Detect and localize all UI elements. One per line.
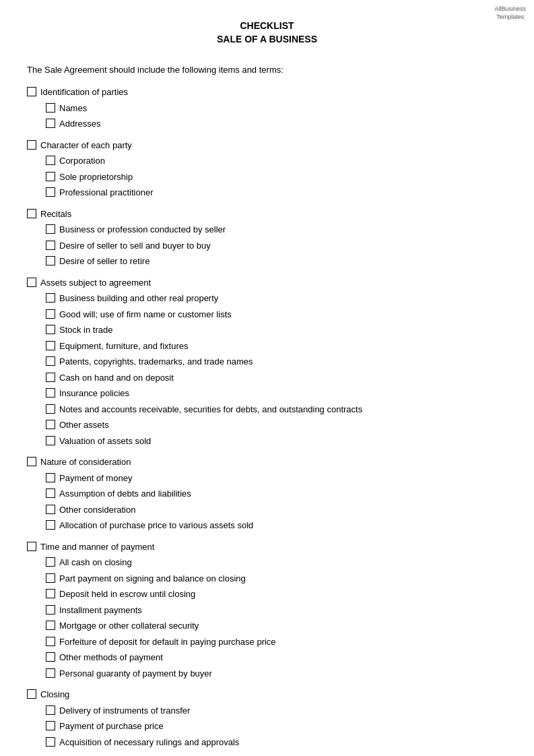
item-label: Payment of purchase price [59, 720, 164, 733]
checkbox-icon[interactable] [46, 705, 55, 715]
section-label: Assets subject to agreement [40, 276, 151, 290]
checkbox-icon[interactable] [46, 241, 55, 250]
item-label: Other assets [59, 418, 109, 432]
checkbox-icon[interactable] [46, 404, 55, 414]
section-label: Time and manner of payment [40, 540, 154, 554]
item-label: Deposit held in escrow until closing [59, 588, 195, 601]
page-title: CHECKLIST [27, 20, 507, 31]
list-item: Insurance policies [46, 387, 507, 400]
checkbox-icon[interactable] [27, 278, 36, 287]
checkbox-icon[interactable] [46, 341, 55, 350]
list-item: Cash on hand and on deposit [46, 371, 507, 385]
section-header: Recitals [27, 208, 507, 221]
checkbox-icon[interactable] [46, 589, 55, 598]
section-label: Recitals [40, 208, 71, 221]
item-label: Professional practitioner [59, 186, 153, 199]
checkbox-icon[interactable] [46, 103, 55, 113]
checkbox-icon[interactable] [46, 119, 55, 128]
item-label: Business building and other real propert… [59, 292, 218, 305]
checkbox-icon[interactable] [27, 209, 36, 218]
item-label: Cash on hand and on deposit [59, 371, 174, 385]
list-item: Personal guaranty of payment by buyer [46, 667, 507, 681]
list-item: Sole proprietorship [46, 170, 507, 184]
checkbox-icon[interactable] [27, 140, 36, 150]
checkbox-icon[interactable] [46, 489, 55, 498]
section-label: Nature of consideration [40, 455, 131, 469]
list-item: Patents, copyrights, trademarks, and tra… [46, 355, 507, 369]
list-item: Acquisition of necessary rulings and app… [46, 736, 507, 749]
list-item: Delivery of instruments of transfer [46, 704, 507, 718]
item-label: Corporation [59, 154, 105, 168]
checkbox-icon[interactable] [46, 224, 55, 234]
checkbox-icon[interactable] [27, 87, 36, 96]
list-item: Corporation [46, 154, 507, 168]
item-label: Insurance policies [59, 387, 129, 400]
checkbox-icon[interactable] [46, 605, 55, 615]
list-item: Other consideration [46, 503, 507, 517]
checkbox-icon[interactable] [46, 505, 55, 514]
item-label: Assumption of debts and liabilities [59, 487, 191, 501]
list-item: Installment payments [46, 604, 507, 617]
checkbox-icon[interactable] [46, 156, 55, 165]
item-label: Desire of seller to sell and buyer to bu… [59, 239, 211, 253]
section-header: Assets subject to agreement [27, 276, 507, 290]
item-label: Acquisition of necessary rulings and app… [59, 736, 239, 749]
checkbox-icon[interactable] [27, 542, 36, 551]
checkbox-icon[interactable] [46, 325, 55, 334]
checkbox-icon[interactable] [46, 573, 55, 583]
list-item: Payment of purchase price [46, 720, 507, 733]
list-item: Desire of seller to retire [46, 255, 507, 268]
checkbox-icon[interactable] [46, 436, 55, 445]
checkbox-icon[interactable] [46, 652, 55, 662]
checkbox-icon[interactable] [46, 256, 55, 265]
item-label: Equipment, furniture, and fixtures [59, 340, 189, 353]
list-item: Business building and other real propert… [46, 292, 507, 305]
checkbox-icon[interactable] [46, 520, 55, 530]
page-subtitle: SALE OF A BUSINESS [27, 34, 507, 44]
checkbox-icon[interactable] [46, 356, 55, 366]
list-item: Stock in trade [46, 323, 507, 337]
section-label: Identification of parties [40, 86, 128, 99]
checkbox-icon[interactable] [46, 737, 55, 747]
checkbox-icon[interactable] [46, 187, 55, 197]
item-label: All cash on closing [59, 556, 132, 569]
list-item: Good will; use of firm name or customer … [46, 308, 507, 321]
checkbox-icon[interactable] [46, 668, 55, 678]
checkbox-icon[interactable] [46, 373, 55, 382]
item-label: Payment of money [59, 472, 132, 485]
section-header: Character of each party [27, 139, 507, 152]
watermark: AllBusiness Templates [494, 5, 526, 21]
list-item: All cash on closing [46, 556, 507, 569]
checkbox-icon[interactable] [46, 557, 55, 567]
checkbox-icon[interactable] [46, 637, 55, 646]
item-label: Desire of seller to retire [59, 255, 149, 268]
list-item: Business or profession conducted by sell… [46, 223, 507, 237]
section-header: Identification of parties [27, 86, 507, 99]
checkbox-icon[interactable] [46, 309, 55, 319]
list-item: Deposit held in escrow until closing [46, 588, 507, 601]
checkbox-icon[interactable] [46, 420, 55, 429]
checkbox-icon[interactable] [46, 293, 55, 303]
list-item: Other methods of payment [46, 651, 507, 664]
item-label: Delivery of instruments of transfer [59, 704, 190, 718]
list-item: Valuation of assets sold [46, 435, 507, 448]
item-label: Good will; use of firm name or customer … [59, 308, 232, 321]
list-item: Professional practitioner [46, 186, 507, 199]
checkbox-icon[interactable] [46, 172, 55, 181]
item-label: Business or profession conducted by sell… [59, 223, 226, 237]
checkbox-icon[interactable] [46, 721, 55, 730]
checkbox-icon[interactable] [46, 621, 55, 630]
list-item: Other assets [46, 418, 507, 432]
checkbox-icon[interactable] [27, 457, 36, 466]
section-label: Closing [40, 688, 69, 701]
checklist: Identification of partiesNamesAddressesC… [27, 86, 507, 749]
section-header: Time and manner of payment [27, 540, 507, 554]
checkbox-icon[interactable] [27, 689, 36, 699]
item-label: Part payment on signing and balance on c… [59, 572, 246, 586]
checkbox-icon[interactable] [46, 388, 55, 398]
checkbox-icon[interactable] [46, 473, 55, 482]
item-label: Addresses [59, 117, 100, 131]
list-item: Mortgage or other collateral security [46, 619, 507, 633]
list-item: Names [46, 102, 507, 115]
list-item: Equipment, furniture, and fixtures [46, 340, 507, 353]
